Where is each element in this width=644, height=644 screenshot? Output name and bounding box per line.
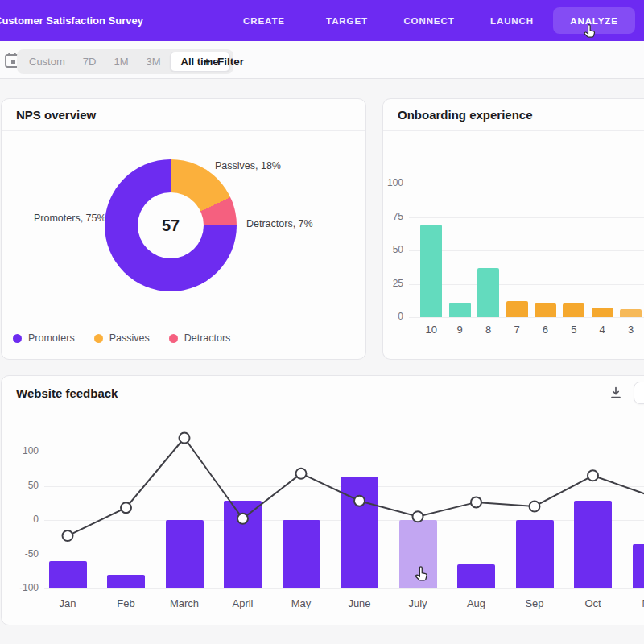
y-axis-tick: -100 <box>2 582 39 593</box>
x-axis-label: June <box>336 597 384 609</box>
segment-7d[interactable]: 7D <box>74 56 105 68</box>
onboarding-bar-4[interactable] <box>592 308 613 317</box>
nav-item-connect[interactable]: CONNECT <box>403 16 454 26</box>
app: Customer Satisfaction Survey CREATE TARG… <box>0 0 644 644</box>
onboarding-card-header: Onboarding experience <box>383 99 644 131</box>
x-axis-label: Nov <box>627 597 644 609</box>
x-axis-label: Aug <box>452 597 501 609</box>
period-dropdown[interactable]: Y <box>634 382 644 404</box>
onboarding-bar-8[interactable] <box>477 268 499 317</box>
gridline <box>44 588 644 589</box>
website-card-header: Website feedback <box>2 376 644 411</box>
feedback-bar-June[interactable] <box>341 477 378 588</box>
app-title: Customer Satisfaction Survey <box>0 14 143 27</box>
nps-legend: Promoters Passives Detractors <box>13 332 230 344</box>
segment-custom[interactable]: Custom <box>20 56 74 68</box>
nps-card-header: NPS overview <box>2 99 365 131</box>
x-axis-label: 6 <box>532 324 558 336</box>
onboarding-bar-9[interactable] <box>449 303 471 317</box>
promoters-swatch-icon <box>13 334 22 343</box>
donut-label-promoters: Promoters, 75% <box>34 213 106 224</box>
filter-bar: Custom 7D 1M 3M All time + Filter <box>0 41 644 79</box>
pointer-cursor-icon <box>581 23 597 39</box>
x-axis-label: Sep <box>510 597 559 609</box>
passives-swatch-icon <box>94 334 103 343</box>
feedback-bar-Feb[interactable] <box>107 575 145 588</box>
segment-1m[interactable]: 1M <box>105 56 137 68</box>
feedback-bar-Sep[interactable] <box>516 520 554 588</box>
date-range-segmented-control: Custom 7D 1M 3M All time <box>17 49 233 74</box>
gridline <box>409 184 644 184</box>
x-axis-label: 7 <box>504 324 530 336</box>
nav-item-launch[interactable]: LAUNCH <box>490 16 534 26</box>
legend-label: Promoters <box>28 332 75 344</box>
x-axis-label: Jan <box>43 597 92 609</box>
gridline <box>44 452 644 452</box>
onboarding-bar-3[interactable] <box>620 309 642 317</box>
nav-item-target[interactable]: TARGET <box>326 16 368 26</box>
x-axis-label: 5 <box>561 324 587 336</box>
donut-label-detractors: Detractors, 7% <box>246 218 313 229</box>
top-nav: Customer Satisfaction Survey CREATE TARG… <box>0 0 644 41</box>
gridline <box>409 250 644 251</box>
y-axis-tick: 0 <box>2 514 39 525</box>
filter-button-label: Filter <box>217 56 244 68</box>
gridline <box>409 317 644 318</box>
y-axis-tick: 0 <box>366 311 403 322</box>
x-axis-label: May <box>277 597 325 609</box>
pointer-cursor-icon <box>412 565 430 583</box>
feedback-bar-May[interactable] <box>283 520 320 588</box>
y-axis-tick: 100 <box>2 445 39 456</box>
nav-item-create[interactable]: CREATE <box>243 16 285 26</box>
y-axis-tick: 50 <box>366 244 403 255</box>
onboarding-card-title: Onboarding experience <box>398 108 533 122</box>
x-axis-label: 4 <box>589 324 615 336</box>
onboarding-bar-6[interactable] <box>535 303 556 317</box>
donut-label-passives: Passives, 18% <box>215 160 281 171</box>
x-axis-label: 8 <box>476 324 502 336</box>
feedback-bar-Aug[interactable] <box>457 564 495 588</box>
nps-donut-center: 57 <box>138 192 204 258</box>
legend-item-promoters[interactable]: Promoters <box>13 332 75 344</box>
x-axis-label: July <box>394 597 442 609</box>
x-axis-label: March <box>160 597 208 609</box>
x-axis-label: 10 <box>419 324 444 336</box>
onboarding-bar-10[interactable] <box>420 225 442 317</box>
x-axis-label: Feb <box>102 597 151 609</box>
website-card-title: Website feedback <box>16 386 118 400</box>
onboarding-bar-7[interactable] <box>506 301 528 317</box>
gridline <box>409 217 644 218</box>
feedback-bar-April[interactable] <box>224 501 262 588</box>
legend-label: Passives <box>109 332 150 344</box>
x-axis-label: April <box>219 597 267 609</box>
gridline <box>409 284 644 285</box>
legend-item-passives[interactable]: Passives <box>94 332 150 344</box>
legend-item-detractors[interactable]: Detractors <box>169 332 231 344</box>
detractors-swatch-icon <box>169 334 178 343</box>
y-axis-tick: 100 <box>366 177 403 188</box>
download-icon[interactable] <box>609 386 623 400</box>
y-axis-tick: 25 <box>366 278 403 289</box>
nps-score-value: 57 <box>162 217 180 235</box>
nps-card-title: NPS overview <box>16 108 96 122</box>
feedback-bar-Nov[interactable] <box>633 544 644 588</box>
add-filter-button[interactable]: + Filter <box>203 49 244 74</box>
legend-label: Detractors <box>184 332 231 344</box>
y-axis-tick: 75 <box>366 211 403 222</box>
y-axis-tick: -50 <box>2 548 39 559</box>
x-axis-label: 9 <box>447 324 473 336</box>
segment-3m[interactable]: 3M <box>137 56 169 68</box>
onboarding-bar-5[interactable] <box>563 303 584 317</box>
y-axis-tick: 50 <box>2 480 39 491</box>
x-axis-label: Oct <box>569 597 617 609</box>
plus-icon: + <box>203 55 211 68</box>
x-axis-label: 3 <box>618 324 644 336</box>
feedback-bar-March[interactable] <box>166 520 204 588</box>
feedback-bar-Oct[interactable] <box>574 501 612 588</box>
feedback-bar-Jan[interactable] <box>49 561 87 588</box>
